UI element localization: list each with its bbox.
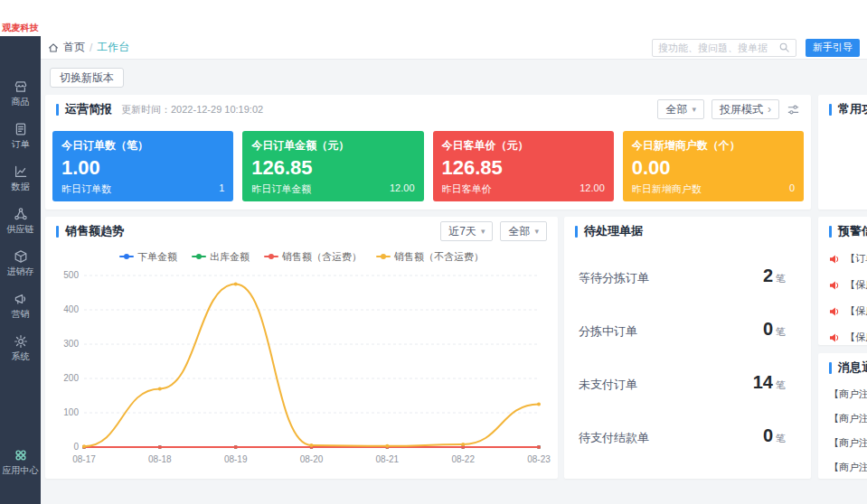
legend-marker-icon: [192, 253, 206, 260]
alert-item[interactable]: 【保质期: [818, 324, 867, 345]
stat-card: 今日新增商户数（个）0.00昨日新增商户数0: [623, 131, 804, 201]
briefing-title: 运营简报: [65, 101, 112, 117]
sidebar-item-orders[interactable]: 订单: [12, 122, 30, 151]
search-input[interactable]: [658, 42, 775, 53]
alert-text: 【保质期: [845, 278, 867, 292]
select-value: 近7天: [448, 224, 476, 239]
legend-marker-icon: [264, 253, 278, 260]
pending-row[interactable]: 等待分拣订单2笔: [564, 266, 811, 286]
legend-item[interactable]: 下单金额: [119, 250, 177, 264]
pending-unit: 笔: [776, 378, 786, 392]
stat-title: 今日订单数（笔）: [61, 138, 224, 154]
pending-row[interactable]: 分拣中订单0笔: [564, 319, 811, 340]
cast-mode-button[interactable]: 投屏模式: [712, 99, 779, 119]
pending-value-group: 14笔: [753, 372, 786, 393]
legend-label: 销售额（含运费）: [282, 250, 362, 264]
briefing-updated-time: 更新时间：2022-12-29 10:19:02: [121, 103, 263, 117]
switch-version-button[interactable]: 切换新版本: [50, 68, 124, 88]
alert-item[interactable]: 【保质期: [818, 272, 867, 298]
alert-horn-icon: [829, 254, 840, 265]
svg-text:08-22: 08-22: [451, 454, 475, 464]
inventory-icon: [14, 249, 28, 264]
stat-value: 126.85: [251, 156, 414, 180]
stat-card: 今日订单金额（元）126.85昨日订单金额12.00: [242, 131, 423, 201]
alert-horn-icon: [829, 280, 840, 291]
sidebar-item-marketing[interactable]: 营销: [12, 292, 30, 321]
sidebar-item-inventory[interactable]: 进销存: [7, 249, 34, 278]
svg-text:100: 100: [63, 407, 79, 417]
notice-item[interactable]: 【商户注册】: [818, 431, 867, 455]
select-value: 全部: [508, 224, 530, 239]
home-icon: [48, 42, 59, 53]
alerts-card: 预警信息 【订单】【保质期【保质期【保质期: [818, 217, 867, 345]
sidebar-item-label: 供应链: [7, 223, 34, 236]
pending-title: 待处理单据: [584, 223, 643, 239]
briefing-scope-select[interactable]: 全部: [657, 99, 704, 119]
svg-text:200: 200: [63, 373, 79, 383]
pending-unit: 笔: [776, 432, 786, 445]
stat-yesterday-row: 昨日订单数1: [61, 182, 224, 196]
pending-value-group: 2笔: [763, 266, 786, 286]
trend-range-select[interactable]: 近7天: [440, 221, 493, 241]
svg-text:400: 400: [63, 304, 79, 314]
stat-title: 今日客单价（元）: [442, 138, 605, 154]
sidebar-item-app-center[interactable]: 应用中心: [0, 448, 41, 477]
stat-yesterday-label: 昨日客单价: [442, 182, 492, 196]
sidebar-item-label: 进销存: [7, 266, 34, 278]
sidebar-item-label: 系统: [12, 350, 30, 363]
stat-yesterday-label: 昨日订单数: [61, 182, 111, 196]
breadcrumb-separator: /: [90, 42, 92, 54]
sidebar-menu: 商品订单数据供应链进销存营销系统: [0, 36, 41, 363]
alert-item[interactable]: 【订单】: [818, 246, 867, 272]
legend-item[interactable]: 销售额（含运费）: [264, 250, 362, 264]
search-box[interactable]: [652, 39, 796, 57]
pending-row[interactable]: 待支付结款单0笔: [564, 425, 811, 446]
legend-marker-icon: [376, 253, 391, 260]
stat-yesterday-value: 1: [219, 182, 224, 196]
stat-yesterday-label: 昨日订单金额: [251, 182, 311, 196]
sidebar-item-data[interactable]: 数据: [12, 164, 30, 193]
title-accent-bar: [829, 104, 832, 116]
search-icon[interactable]: [778, 42, 790, 53]
notice-item[interactable]: 【商户注册】: [818, 382, 867, 406]
title-accent-bar: [56, 104, 59, 116]
common-functions-card: 常用功能: [818, 95, 867, 210]
sales-trend-card: 销售额趋势 近7天 全部 下单金额出库金额销售额（含运费）销售额（不含运费） 0…: [45, 217, 558, 479]
notice-item[interactable]: 【商户注册】: [818, 455, 867, 479]
trend-scope-select[interactable]: 全部: [500, 221, 547, 241]
stat-title: 今日新增商户数（个）: [632, 138, 795, 154]
common-functions-title: 常用功能: [838, 101, 867, 117]
app-center-icon: [14, 448, 28, 462]
sidebar-item-label: 营销: [12, 308, 30, 321]
notice-item[interactable]: 【商户注册】: [818, 406, 867, 431]
guide-button[interactable]: 新手引导: [806, 39, 860, 57]
alert-text: 【保质期: [845, 331, 867, 344]
stat-value: 0.00: [632, 156, 795, 180]
breadcrumb-home[interactable]: 首页: [63, 40, 85, 55]
alert-horn-icon: [829, 306, 840, 317]
pending-label: 未支付订单: [579, 377, 637, 393]
stat-yesterday-row: 昨日订单金额12.00: [251, 182, 414, 196]
stat-yesterday-row: 昨日客单价12.00: [442, 182, 605, 196]
settings-sliders-icon[interactable]: [787, 103, 800, 117]
pending-row[interactable]: 未支付订单14笔: [564, 372, 811, 393]
stat-value: 1.00: [61, 156, 224, 180]
breadcrumb-current[interactable]: 工作台: [97, 40, 129, 55]
sidebar-item-products[interactable]: 商品: [12, 79, 30, 108]
pending-value-group: 0笔: [763, 319, 786, 340]
sidebar-item-system[interactable]: 系统: [12, 334, 30, 363]
notices-card: 消息通知 【商户注册】【商户注册】【商户注册】【商户注册】: [818, 353, 867, 479]
legend-item[interactable]: 销售额（不含运费）: [376, 250, 484, 264]
alert-list: 【订单】【保质期【保质期【保质期: [818, 246, 867, 345]
logo: 观麦科技: [0, 22, 41, 34]
alert-item[interactable]: 【保质期: [818, 298, 867, 324]
svg-text:08-19: 08-19: [224, 454, 248, 464]
legend-item[interactable]: 出库金额: [192, 250, 250, 264]
sales-trend-chart: 010020030040050008-1708-1808-1908-2008-2…: [52, 268, 551, 469]
pending-value-group: 0笔: [763, 425, 786, 446]
sidebar-item-supply-chain[interactable]: 供应链: [7, 207, 34, 236]
topbar: 首页 / 工作台 新手引导: [41, 36, 867, 60]
sidebar-item-label: 数据: [12, 181, 30, 193]
pending-unit: 笔: [776, 272, 786, 285]
sidebar-item-label: 商品: [12, 96, 30, 108]
